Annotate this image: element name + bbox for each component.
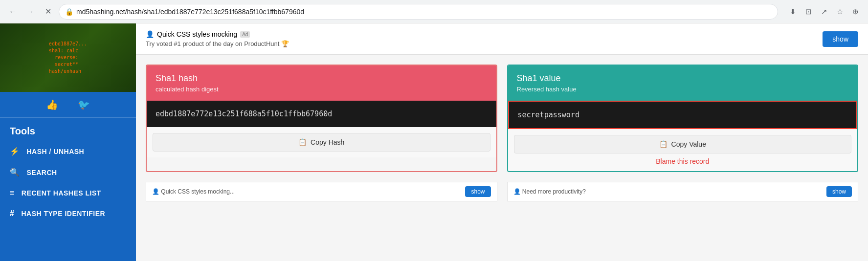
right-card-value: secretpassword — [508, 101, 858, 129]
copy-value-button[interactable]: 📋 Copy Value — [514, 135, 852, 153]
copy-value-icon: 📋 — [659, 140, 668, 148]
copy-hash-label: Copy Hash — [311, 138, 344, 146]
ad-banner: 👤 Quick CSS styles mocking Ad Try voted … — [136, 23, 868, 55]
lightning-icon: ⚡ — [10, 147, 20, 156]
profile-icon[interactable]: ⊕ — [848, 5, 862, 19]
bottom-show-button-left[interactable]: show — [465, 186, 490, 197]
thumbs-up-icon[interactable]: 👍 — [46, 99, 58, 110]
ad-person-icon: 👤 — [146, 30, 154, 38]
browser-actions: ⬇ ⊡ ↗ ☆ ⊕ — [786, 5, 862, 19]
left-card-actions: 📋 Copy Hash — [147, 127, 496, 157]
lock-icon: 🔒 — [65, 8, 73, 16]
tools-label: Tools — [0, 118, 136, 141]
copy-value-label: Copy Value — [671, 140, 706, 148]
cards-container: Sha1 hash calculated hash digest edbd188… — [136, 55, 868, 182]
ad-title: 👤 Quick CSS styles mocking Ad — [146, 30, 289, 38]
sidebar-item-identifier[interactable]: # HASH TYPE IDENTIFIER — [0, 203, 136, 224]
copy-icon: 📋 — [298, 138, 307, 146]
right-card-value-text: secretpassword — [518, 110, 579, 119]
sidebar-social: 👍 🐦 — [0, 92, 136, 118]
sidebar-item-label: HASH TYPE IDENTIFIER — [21, 210, 105, 218]
share-icon[interactable]: ↗ — [817, 5, 831, 19]
browser-chrome: ← → ✕ 🔒 md5hashing.net/hash/sha1/edbd188… — [0, 0, 868, 23]
sidebar-item-search[interactable]: 🔍 SEARCH — [0, 162, 136, 183]
sidebar-item-hash-unhash[interactable]: ⚡ HASH / UNHASH — [0, 141, 136, 162]
sidebar-logo: edbd1887e7... sha1: calc reverse: secret… — [0, 23, 136, 92]
translate-icon[interactable]: ⊡ — [801, 5, 815, 19]
address-bar[interactable]: 🔒 md5hashing.net/hash/sha1/edbd1887e772e… — [59, 4, 778, 20]
sidebar: edbd1887e7... sha1: calc reverse: secret… — [0, 23, 136, 261]
sidebar-item-label: HASH / UNHASH — [27, 148, 85, 155]
right-card-subtitle: Reversed hash value — [517, 86, 849, 93]
left-card-value: edbd1887e772e13c251f688a5f10c1ffbb67960d — [147, 101, 496, 127]
blame-link[interactable]: Blame this record — [656, 157, 709, 165]
main-content: 👤 Quick CSS styles mocking Ad Try voted … — [136, 23, 868, 261]
download-icon[interactable]: ⬇ — [786, 5, 800, 19]
bottom-ad-left: 👤 Quick CSS styles mocking... show — [146, 182, 497, 201]
left-card-title-main: Sha1 — [156, 73, 176, 83]
url-text: md5hashing.net/hash/sha1/edbd1887e772e13… — [76, 8, 304, 16]
back-button[interactable]: ← — [6, 5, 20, 19]
left-card-subtitle: calculated hash digest — [156, 86, 488, 93]
left-card-header: Sha1 hash calculated hash digest — [147, 65, 496, 101]
ad-subtitle: Try voted #1 product of the day on Produ… — [146, 40, 289, 47]
sidebar-item-label: RECENT HASHES LIST — [22, 189, 101, 197]
right-card-title-suffix: value — [537, 73, 561, 83]
bottom-ad-left-text: 👤 Quick CSS styles mocking... — [152, 188, 235, 195]
ad-title-text: Quick CSS styles mocking — [157, 30, 237, 38]
logo-image: edbd1887e7... sha1: calc reverse: secret… — [0, 23, 136, 92]
list-icon: ≡ — [10, 189, 15, 197]
left-card-title-suffix: hash — [176, 73, 198, 83]
ad-badge: Ad — [240, 31, 250, 38]
right-card-title: Sha1 value — [517, 73, 849, 84]
sidebar-item-recent[interactable]: ≡ RECENT HASHES LIST — [0, 183, 136, 203]
bottom-ad-right-text: 👤 Need more productivity? — [513, 188, 586, 195]
bottom-show-button-right[interactable]: show — [826, 186, 852, 197]
search-icon: 🔍 — [10, 168, 20, 177]
right-card-title-main: Sha1 — [517, 73, 537, 83]
twitter-icon[interactable]: 🐦 — [78, 99, 90, 110]
hash-card-left: Sha1 hash calculated hash digest edbd188… — [146, 65, 497, 172]
sidebar-item-label: SEARCH — [27, 169, 57, 176]
hash-icon: # — [10, 209, 14, 218]
hash-card-right: Sha1 value Reversed hash value secretpas… — [507, 65, 859, 172]
bottom-strip: 👤 Quick CSS styles mocking... show 👤 Nee… — [136, 182, 868, 201]
page-layout: edbd1887e7... sha1: calc reverse: secret… — [0, 23, 868, 261]
copy-hash-button[interactable]: 📋 Copy Hash — [153, 133, 490, 152]
right-card-header: Sha1 value Reversed hash value — [508, 65, 858, 101]
bottom-ad-right: 👤 Need more productivity? show — [507, 182, 859, 201]
forward-button[interactable]: → — [23, 5, 37, 19]
right-card-actions: 📋 Copy Value Blame this record — [508, 129, 858, 171]
bookmark-icon[interactable]: ☆ — [833, 5, 846, 19]
ad-content: 👤 Quick CSS styles mocking Ad Try voted … — [146, 30, 289, 47]
reload-button[interactable]: ✕ — [41, 5, 55, 19]
terminal-display: edbd1887e7... sha1: calc reverse: secret… — [45, 37, 91, 79]
show-button[interactable]: show — [823, 31, 858, 47]
left-card-title: Sha1 hash — [156, 73, 488, 84]
